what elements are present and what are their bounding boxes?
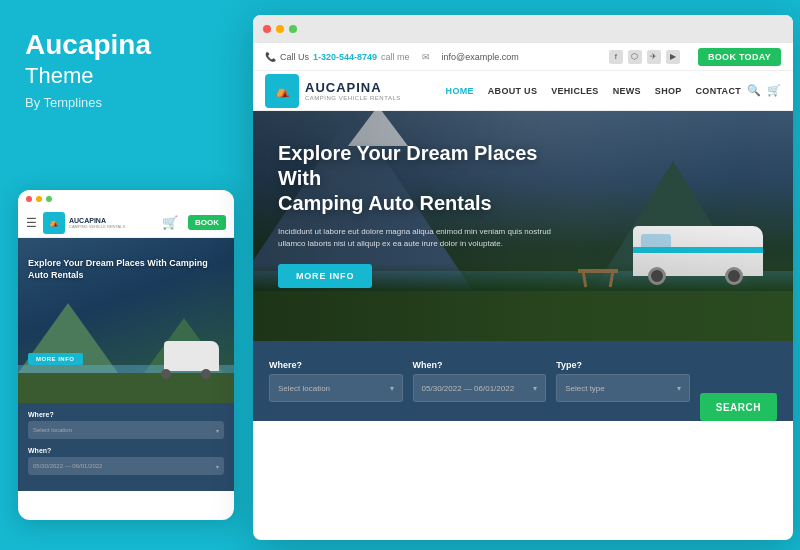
cart-icon[interactable]: 🛒 — [162, 215, 178, 230]
nav-links: HOME ABOUT US VEHICLES NEWS SHOP CONTACT — [446, 86, 741, 96]
site-logo-text: AUCAPINA — [305, 80, 401, 95]
date-arrow: ▾ — [533, 384, 537, 393]
more-info-button[interactable]: MORE INFO — [278, 264, 372, 288]
nav-home[interactable]: HOME — [446, 86, 474, 96]
youtube-icon[interactable]: ▶ — [666, 50, 680, 64]
brand-by: By Templines — [25, 95, 223, 110]
search-button[interactable]: SEARCH — [700, 393, 777, 421]
mobile-hero-title: Explore Your Dream Places With Camping A… — [28, 258, 224, 281]
table-leg-right — [609, 272, 615, 287]
browser-dot-yellow — [276, 25, 284, 33]
left-panel: Aucapina Theme By Templines ☰ ⛺ AUCAPINA… — [0, 0, 248, 550]
type-arrow: ▾ — [677, 384, 681, 393]
nav-about[interactable]: ABOUT US — [488, 86, 537, 96]
mobile-when-label: When? — [28, 447, 224, 454]
type-group: Type? Select type ▾ — [556, 360, 690, 402]
rv-vehicle — [633, 226, 763, 291]
browser-dot-red — [263, 25, 271, 33]
phone-icon: 📞 — [265, 52, 276, 62]
cart-nav-icon[interactable]: 🛒 — [767, 84, 781, 97]
nav-vehicles[interactable]: VEHICLES — [551, 86, 598, 96]
site-logo-sub: CAMPING VEHICLE RENTALS — [305, 95, 401, 101]
nav-contact[interactable]: CONTACT — [696, 86, 741, 96]
table-leg-left — [582, 272, 588, 287]
search-icon[interactable]: 🔍 — [747, 84, 761, 97]
site-logo-icon: ⛺ — [265, 74, 299, 108]
brand-line2: Theme — [25, 63, 223, 89]
type-label: Type? — [556, 360, 690, 370]
mobile-location-select[interactable]: Select location ▾ — [28, 421, 224, 439]
dot-red — [26, 196, 32, 202]
mobile-nav: ☰ ⛺ AUCAPINA CAMPING VEHICLE RENTALS 🛒 B… — [18, 208, 234, 238]
facebook-icon[interactable]: f — [609, 50, 623, 64]
rv-wheel-left — [648, 267, 666, 285]
phone-number[interactable]: 1-320-544-8749 — [313, 52, 377, 62]
mobile-search-form: Where? Select location ▾ When? 05/30/202… — [18, 403, 234, 491]
mobile-book-button[interactable]: BOOK — [188, 215, 226, 230]
browser-window: 📞 Call Us 1-320-544-8749 call me ✉ info@… — [253, 15, 793, 540]
hero-title: Explore Your Dream Places WithCamping Au… — [278, 141, 558, 216]
nav-shop[interactable]: SHOP — [655, 86, 682, 96]
where-group: Where? Select location ▾ — [269, 360, 403, 402]
browser-chrome — [253, 15, 793, 43]
book-today-button[interactable]: BOOK TODAY — [698, 48, 781, 66]
dot-green — [46, 196, 52, 202]
browser-dot-green — [289, 25, 297, 33]
call-label: Call Us — [280, 52, 309, 62]
nav-news[interactable]: NEWS — [613, 86, 641, 96]
email-address[interactable]: info@example.com — [442, 52, 519, 62]
email-icon: ✉ — [422, 52, 430, 62]
rv-wheel-right — [725, 267, 743, 285]
brand-name: Aucapina — [25, 30, 223, 61]
mobile-top-bar — [18, 190, 234, 208]
mobile-more-info-button[interactable]: MORE INFO — [28, 353, 83, 365]
date-select[interactable]: 05/30/2022 — 06/01/2022 ▾ — [413, 374, 547, 402]
when-label: When? — [413, 360, 547, 370]
telegram-icon[interactable]: ✈ — [647, 50, 661, 64]
mobile-date-select[interactable]: 05/30/2022 — 06/01/2022 ▾ — [28, 457, 224, 475]
where-label: Where? — [269, 360, 403, 370]
call-me-link[interactable]: call me — [381, 52, 410, 62]
hero-content: Explore Your Dream Places WithCamping Au… — [278, 141, 558, 288]
hamburger-icon[interactable]: ☰ — [26, 216, 37, 230]
rv — [164, 341, 219, 371]
header-social: f ⬡ ✈ ▶ — [609, 50, 680, 64]
site-nav: ⛺ AUCAPINA CAMPING VEHICLE RENTALS HOME … — [253, 71, 793, 111]
when-group: When? 05/30/2022 — 06/01/2022 ▾ — [413, 360, 547, 402]
rv-stripe — [633, 247, 763, 253]
mobile-logo: ⛺ AUCAPINA CAMPING VEHICLE RENTALS — [43, 212, 156, 234]
site-header-top: 📞 Call Us 1-320-544-8749 call me ✉ info@… — [253, 43, 793, 71]
mobile-logo-icon: ⛺ — [43, 212, 65, 234]
instagram-icon[interactable]: ⬡ — [628, 50, 642, 64]
nav-icons: 🔍 🛒 — [747, 84, 781, 97]
mobile-logo-text: AUCAPINA — [69, 217, 125, 224]
type-select[interactable]: Select type ▾ — [556, 374, 690, 402]
hero-ground — [253, 291, 793, 341]
mobile-where-label: Where? — [28, 411, 224, 418]
location-select[interactable]: Select location ▾ — [269, 374, 403, 402]
picnic-table — [578, 269, 618, 289]
mobile-mockup: ☰ ⛺ AUCAPINA CAMPING VEHICLE RENTALS 🛒 B… — [18, 190, 234, 520]
header-contact: 📞 Call Us 1-320-544-8749 call me ✉ info@… — [265, 52, 599, 62]
mobile-hero: Explore Your Dream Places With Camping A… — [18, 238, 234, 403]
mobile-logo-sub: CAMPING VEHICLE RENTALS — [69, 224, 125, 229]
location-arrow: ▾ — [390, 384, 394, 393]
hero-section: Explore Your Dream Places WithCamping Au… — [253, 111, 793, 341]
hero-description: Incididunt ut labore eut dolore magna al… — [278, 226, 558, 250]
search-form: Where? Select location ▾ When? 05/30/202… — [253, 341, 793, 421]
site-logo: ⛺ AUCAPINA CAMPING VEHICLE RENTALS — [265, 74, 446, 108]
dot-yellow — [36, 196, 42, 202]
